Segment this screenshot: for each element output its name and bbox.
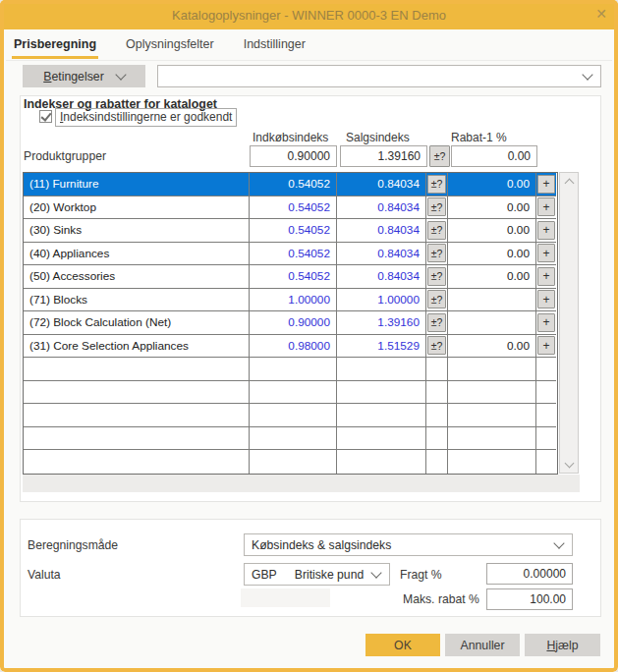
plus-minus-question-button[interactable]: ±?: [427, 221, 446, 240]
conditions-dropdown-button[interactable]: Betingelser: [23, 65, 145, 87]
add-button[interactable]: +: [537, 197, 555, 216]
row-name-cell[interactable]: (31) Core Selection Appliances: [24, 335, 250, 359]
table-row[interactable]: [24, 427, 557, 451]
row-buy-index-cell[interactable]: [250, 358, 337, 381]
plus-minus-question-button[interactable]: ±?: [427, 175, 446, 194]
row-rabat-cell[interactable]: 0.00: [448, 335, 536, 359]
row-rabat-cell[interactable]: 0.00: [448, 196, 536, 220]
scroll-up-icon[interactable]: [560, 173, 578, 190]
plus-minus-question-button[interactable]: ±?: [427, 290, 446, 308]
table-row[interactable]: (40) Appliances0.540520.84034±?0.00+: [24, 243, 557, 266]
row-name-cell[interactable]: (11) Furniture: [24, 173, 250, 196]
row-plus-cell[interactable]: +: [536, 243, 556, 266]
table-row[interactable]: (31) Core Selection Appliances0.980001.5…: [24, 335, 557, 359]
row-name-cell[interactable]: (20) Worktop: [24, 196, 250, 220]
table-row[interactable]: [24, 404, 557, 427]
row-name-cell[interactable]: [24, 358, 250, 381]
add-button[interactable]: +: [537, 267, 555, 286]
table-row[interactable]: (30) Sinks0.540520.84034±?0.00+: [24, 219, 557, 243]
row-buy-index-cell[interactable]: 0.54052: [250, 196, 337, 220]
table-row[interactable]: [24, 358, 557, 381]
plus-minus-question-button[interactable]: ±?: [427, 244, 446, 262]
row-rabat-cell[interactable]: [448, 450, 536, 474]
plus-minus-question-button[interactable]: ±?: [429, 145, 450, 167]
row-sell-index-cell[interactable]: 1.39160: [337, 311, 426, 335]
row-pm-cell[interactable]: ±?: [426, 243, 448, 266]
row-sell-index-cell[interactable]: 0.84034: [337, 173, 426, 196]
row-sell-index-cell[interactable]: 1.51529: [337, 335, 426, 359]
horizontal-scrollbar[interactable]: [23, 475, 580, 492]
row-rabat-cell[interactable]: [448, 311, 536, 335]
plus-minus-question-button[interactable]: ±?: [427, 313, 446, 332]
row-rabat-cell[interactable]: [448, 358, 536, 381]
row-sell-index-cell[interactable]: [337, 450, 426, 474]
row-rabat-cell[interactable]: 0.00: [448, 173, 536, 196]
add-button[interactable]: +: [537, 244, 555, 262]
product-groups-sell-index-field[interactable]: [340, 145, 427, 167]
row-plus-cell[interactable]: [536, 381, 556, 405]
row-pm-cell[interactable]: ±?: [426, 265, 448, 289]
row-sell-index-cell[interactable]: [337, 404, 426, 427]
row-sell-index-cell[interactable]: [337, 358, 426, 381]
row-pm-cell[interactable]: [426, 450, 448, 474]
row-sell-index-cell[interactable]: 0.84034: [337, 196, 426, 220]
table-row[interactable]: (11) Furniture0.540520.84034±?0.00+: [24, 173, 557, 196]
row-buy-index-cell[interactable]: 0.54052: [250, 173, 337, 196]
row-plus-cell[interactable]: +: [536, 219, 556, 243]
add-button[interactable]: +: [537, 221, 555, 240]
row-buy-index-cell[interactable]: [250, 450, 337, 474]
row-plus-cell[interactable]: +: [536, 311, 556, 335]
max-discount-field[interactable]: [486, 588, 573, 610]
row-plus-cell[interactable]: +: [536, 173, 556, 196]
add-button[interactable]: +: [537, 175, 555, 194]
currency-dropdown[interactable]: GBP Britiske pund: [244, 563, 390, 586]
row-name-cell[interactable]: (40) Appliances: [24, 243, 250, 266]
row-plus-cell[interactable]: +: [536, 196, 556, 220]
table-row[interactable]: (50) Accessories0.540520.84034±?0.00+: [24, 265, 557, 289]
row-buy-index-cell[interactable]: [250, 427, 337, 451]
calc-method-dropdown[interactable]: Købsindeks & salgsindeks: [244, 533, 573, 556]
row-pm-cell[interactable]: ±?: [426, 219, 448, 243]
row-sell-index-cell[interactable]: [337, 427, 426, 451]
row-buy-index-cell[interactable]: 0.54052: [250, 265, 337, 289]
tab-indstillinger[interactable]: Indstillinger: [242, 37, 308, 59]
row-plus-cell[interactable]: +: [536, 289, 556, 312]
table-row[interactable]: [24, 450, 557, 474]
close-icon[interactable]: ✕: [595, 6, 607, 22]
row-plus-cell[interactable]: +: [536, 265, 556, 289]
row-buy-index-cell[interactable]: 0.54052: [250, 219, 337, 243]
row-rabat-cell[interactable]: [448, 427, 536, 451]
row-rabat-cell[interactable]: 0.00: [448, 265, 536, 289]
row-sell-index-cell[interactable]: 0.84034: [337, 219, 426, 243]
row-plus-cell[interactable]: [536, 358, 556, 381]
row-buy-index-cell[interactable]: 0.98000: [250, 335, 337, 359]
scroll-down-icon[interactable]: [560, 456, 578, 473]
row-name-cell[interactable]: (50) Accessories: [24, 265, 250, 289]
row-buy-index-cell[interactable]: 1.00000: [250, 289, 337, 312]
row-pm-cell[interactable]: ±?: [426, 173, 448, 196]
row-pm-cell[interactable]: [426, 404, 448, 427]
row-name-cell[interactable]: [24, 427, 250, 451]
add-button[interactable]: +: [537, 290, 555, 308]
row-name-cell[interactable]: (71) Blocks: [24, 289, 250, 312]
row-plus-cell[interactable]: [536, 450, 556, 474]
cancel-button[interactable]: Annuller: [445, 634, 520, 656]
row-name-cell[interactable]: [24, 381, 250, 405]
row-name-cell[interactable]: (30) Sinks: [24, 219, 250, 243]
row-name-cell[interactable]: [24, 404, 250, 427]
freight-field[interactable]: [486, 563, 573, 585]
row-rabat-cell[interactable]: [448, 289, 536, 312]
product-groups-rabat-field[interactable]: [451, 145, 537, 167]
row-pm-cell[interactable]: [426, 427, 448, 451]
vertical-scrollbar[interactable]: [559, 172, 579, 474]
plus-minus-question-button[interactable]: ±?: [427, 267, 446, 286]
approved-checkbox-label[interactable]: Indeksindstillingerne er godkendt: [55, 108, 237, 127]
product-groups-buy-index-field[interactable]: [250, 145, 337, 167]
table-row[interactable]: (72) Block Calculation (Net)0.900001.391…: [24, 311, 557, 335]
row-plus-cell[interactable]: +: [536, 335, 556, 359]
row-pm-cell[interactable]: [426, 358, 448, 381]
tab-prisberegning[interactable]: Prisberegning: [12, 37, 98, 59]
row-buy-index-cell[interactable]: [250, 404, 337, 427]
help-button[interactable]: Hjælp: [525, 634, 600, 656]
conditions-combobox[interactable]: [157, 65, 601, 87]
